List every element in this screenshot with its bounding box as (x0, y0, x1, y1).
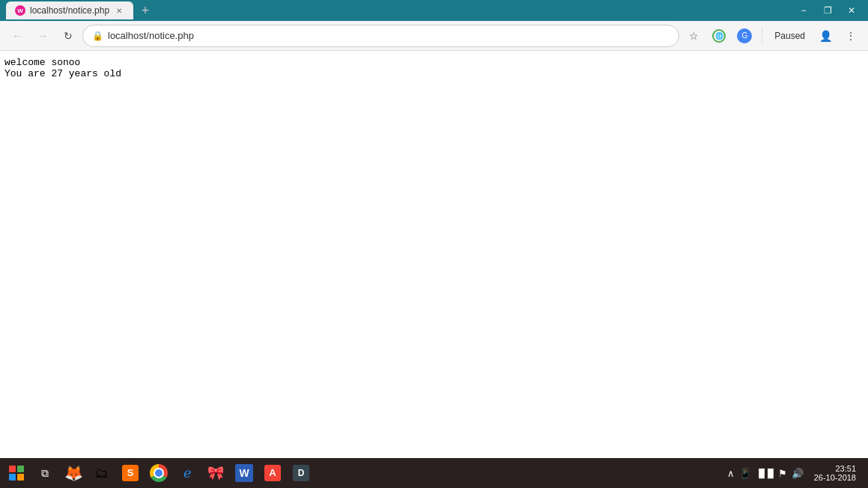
windows-logo (9, 466, 24, 481)
word-icon: W (235, 464, 253, 482)
balloon-button[interactable]: 🎀 (202, 460, 229, 487)
file-manager-icon: 🗂 (95, 466, 109, 481)
tab-title: localhost/notice.php (30, 5, 109, 16)
db-button[interactable]: D (288, 460, 315, 487)
balloon-icon: 🎀 (207, 465, 224, 481)
globe-icon-button[interactable]: 🌐 (708, 25, 730, 47)
ie-button[interactable]: ℯ (174, 460, 201, 487)
forward-button[interactable]: → (31, 25, 54, 47)
toolbar-separator (762, 28, 762, 43)
start-button[interactable] (3, 460, 30, 487)
lock-icon: 🔒 (92, 31, 103, 41)
volume-icon[interactable]: 🔊 (792, 468, 804, 479)
tab-close-button[interactable]: ✕ (114, 5, 124, 16)
chrome-button[interactable] (145, 460, 172, 487)
address-bar-wrap: 🔒 (82, 25, 679, 47)
chevron-up-icon[interactable]: ∧ (727, 468, 735, 479)
date-display: 26-10-2018 (814, 473, 856, 482)
chrome-icon (150, 464, 168, 482)
paused-label: Paused (774, 31, 805, 41)
avatar-icon: G (737, 28, 752, 43)
task-view-button[interactable]: ⧉ (31, 460, 58, 487)
welcome-line: welcome sonoo (4, 57, 864, 68)
toolbar-right: ☆ 🌐 G Paused 👤 ⋮ (682, 25, 862, 47)
flag-icon: ⚑ (778, 468, 787, 479)
titlebar: W localhost/notice.php ✕ + − ❐ ✕ (0, 0, 868, 21)
reload-button[interactable]: ↻ (57, 25, 79, 47)
taskbar: ⧉ 🦊 🗂 S ℯ 🎀 W A D ∧ 📱 ▐▌█ ⚑ (0, 458, 868, 488)
ie-icon: ℯ (183, 465, 192, 481)
toolbar: ← → ↻ 🔒 ☆ 🌐 G Paused 👤 ⋮ (0, 21, 868, 51)
page-content: welcome sonoo You are 27 years old (0, 51, 868, 458)
minimize-button[interactable]: − (793, 3, 814, 18)
firefox-button[interactable]: 🦊 (60, 460, 87, 487)
profile-button[interactable]: 👤 (814, 25, 837, 47)
globe-icon: 🌐 (712, 29, 726, 43)
titlebar-left: W localhost/notice.php ✕ + (6, 1, 154, 19)
signal-icon: ▐▌█ (756, 469, 773, 478)
taskbar-right: ∧ 📱 ▐▌█ ⚑ 🔊 23:51 26-10-2018 (724, 464, 865, 482)
file-manager-button[interactable]: 🗂 (88, 460, 115, 487)
menu-button[interactable]: ⋮ (840, 25, 862, 47)
age-line: You are 27 years old (4, 68, 864, 79)
word-button[interactable]: W (231, 460, 258, 487)
clock[interactable]: 23:51 26-10-2018 (808, 464, 862, 482)
paused-button[interactable]: Paused (768, 28, 811, 44)
window-controls: − ❐ ✕ (793, 3, 862, 18)
time-display: 23:51 (814, 464, 856, 473)
phone-icon: 📱 (739, 468, 751, 479)
sublime-icon: S (122, 465, 139, 481)
tab-favicon: W (15, 5, 25, 16)
acrobat-button[interactable]: A (259, 460, 286, 487)
restore-button[interactable]: ❐ (817, 3, 838, 18)
browser-tab[interactable]: W localhost/notice.php ✕ (6, 1, 133, 19)
db-icon: D (293, 465, 309, 481)
task-view-icon: ⧉ (41, 467, 49, 480)
back-button[interactable]: ← (6, 25, 28, 47)
new-tab-button[interactable]: + (136, 1, 154, 19)
acrobat-icon: A (264, 465, 281, 481)
sys-tray: ∧ 📱 ▐▌█ ⚑ 🔊 (724, 468, 806, 479)
sublime-button[interactable]: S (117, 460, 144, 487)
close-button[interactable]: ✕ (841, 3, 862, 18)
bookmark-button[interactable]: ☆ (682, 25, 705, 47)
account-button[interactable]: G (733, 25, 756, 47)
firefox-icon: 🦊 (64, 464, 83, 482)
address-bar[interactable] (108, 30, 670, 41)
